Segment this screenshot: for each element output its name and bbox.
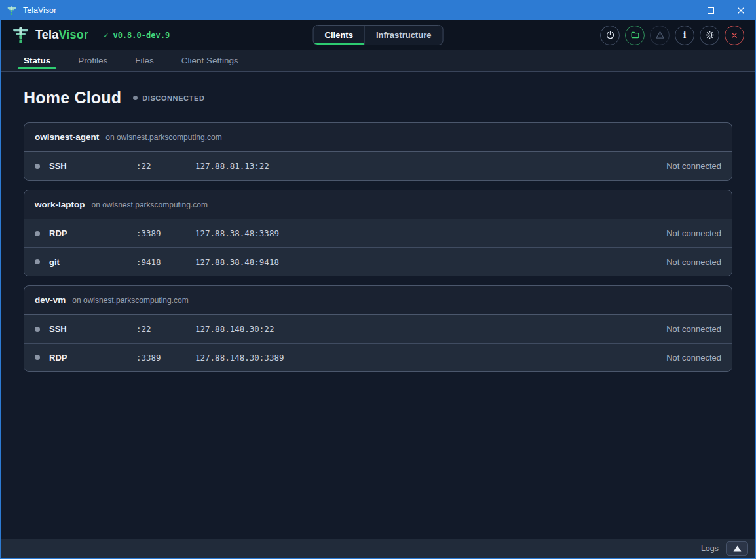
arrow-up-icon	[733, 545, 742, 552]
tab-files[interactable]: Files	[129, 50, 160, 71]
app-window: TelaVisor TelaVisor	[0, 0, 756, 559]
close-icon	[737, 7, 745, 14]
host-name: dev-vm	[35, 295, 66, 305]
host-location: on owlsnest.parkscomputing.com	[105, 133, 221, 142]
service-port: :9418	[136, 257, 195, 267]
folder-icon	[630, 30, 640, 40]
close-icon	[730, 31, 739, 40]
version-label: v0.8.0-dev.9	[113, 31, 170, 40]
status-dot-icon	[133, 96, 138, 100]
tab-profiles[interactable]: Profiles	[72, 50, 113, 71]
service-port: :22	[136, 161, 195, 171]
minimize-button[interactable]	[666, 0, 696, 20]
main-content: Home Cloud DISCONNECTED owlsnest-agenton…	[1, 72, 755, 539]
service-status-dot-icon	[35, 164, 40, 169]
service-address: 127.88.81.13:22	[195, 161, 666, 171]
service-port: :22	[136, 324, 195, 334]
window-title: TelaVisor	[23, 6, 56, 15]
host-name: owlsnest-agent	[35, 132, 99, 142]
service-connection-status: Not connected	[666, 228, 721, 238]
logs-label: Logs	[701, 544, 719, 553]
maximize-icon	[708, 7, 714, 14]
service-status-dot-icon	[35, 259, 40, 264]
check-icon: ✓	[104, 31, 108, 40]
service-name: git	[49, 257, 136, 267]
view-toggle-clients[interactable]: Clients	[314, 26, 364, 45]
gear-icon	[705, 30, 715, 40]
service-port: :3389	[136, 228, 195, 238]
host-card-header: work-laptopon owlsnest.parkscomputing.co…	[24, 190, 732, 219]
close-button[interactable]	[725, 26, 744, 45]
window-controls	[666, 0, 756, 20]
brand-name: TelaVisor	[35, 28, 88, 42]
service-connection-status: Not connected	[666, 353, 721, 363]
footer-bar: Logs	[1, 539, 755, 558]
power-icon	[605, 30, 615, 40]
service-row-rdp[interactable]: RDP:3389127.88.38.48:3389Not connected	[24, 219, 732, 247]
service-row-ssh[interactable]: SSH:22127.88.81.13:22Not connected	[24, 152, 732, 180]
warning-icon	[655, 30, 665, 40]
maximize-button[interactable]	[696, 0, 726, 20]
power-button[interactable]	[600, 26, 620, 45]
host-card-owlsnest-agent: owlsnest-agenton owlsnest.parkscomputing…	[24, 122, 732, 181]
service-name: SSH	[49, 161, 136, 171]
minimize-icon	[677, 10, 685, 10]
app-header: TelaVisor ✓ v0.8.0-dev.9 ClientsInfrastr…	[1, 20, 755, 50]
service-status-dot-icon	[35, 327, 40, 332]
host-card-dev-vm: dev-vmon owlsnest.parkscomputing.comSSH:…	[24, 285, 732, 372]
service-status-dot-icon	[35, 231, 40, 236]
info-icon: i	[683, 30, 686, 40]
brand-logo-icon	[12, 26, 29, 44]
host-name: work-laptop	[35, 200, 85, 209]
app-logo-icon	[7, 5, 17, 16]
host-card-header: owlsnest-agenton owlsnest.parkscomputing…	[24, 123, 732, 152]
tab-bar: StatusProfilesFilesClient Settings	[1, 50, 755, 72]
service-address: 127.88.148.30:22	[195, 324, 666, 334]
info-button[interactable]: i	[675, 26, 694, 45]
service-address: 127.88.148.30:3389	[195, 353, 666, 363]
header-actions: i	[600, 26, 744, 45]
view-toggle: ClientsInfrastructure	[313, 25, 444, 45]
host-list: owlsnest-agenton owlsnest.parkscomputing…	[24, 122, 732, 372]
service-address: 127.88.38.48:3389	[195, 228, 666, 238]
view-toggle-infrastructure[interactable]: Infrastructure	[364, 26, 443, 45]
close-window-button[interactable]	[726, 0, 756, 20]
service-port: :3389	[136, 353, 195, 363]
warning-button	[650, 26, 670, 45]
service-address: 127.88.38.48:9418	[195, 257, 666, 267]
service-connection-status: Not connected	[666, 257, 721, 267]
connection-status-label: DISCONNECTED	[142, 94, 204, 102]
service-row-ssh[interactable]: SSH:22127.88.148.30:22Not connected	[24, 315, 732, 343]
service-status-dot-icon	[35, 355, 40, 360]
titlebar: TelaVisor	[0, 0, 756, 20]
host-card-work-laptop: work-laptopon owlsnest.parkscomputing.co…	[24, 190, 732, 276]
version: ✓ v0.8.0-dev.9	[104, 31, 170, 40]
service-row-git[interactable]: git:9418127.88.38.48:9418Not connected	[24, 247, 732, 276]
tab-client-settings[interactable]: Client Settings	[176, 50, 244, 71]
service-name: RDP	[49, 228, 136, 238]
gear-button[interactable]	[700, 26, 719, 45]
page-head: Home Cloud DISCONNECTED	[24, 88, 732, 107]
host-card-header: dev-vmon owlsnest.parkscomputing.com	[24, 286, 732, 315]
brand: TelaVisor ✓ v0.8.0-dev.9	[12, 26, 170, 44]
service-row-rdp[interactable]: RDP:3389127.88.148.30:3389Not connected	[24, 343, 732, 371]
service-name: SSH	[49, 324, 136, 334]
host-location: on owlsnest.parkscomputing.com	[72, 296, 188, 305]
folder-button[interactable]	[625, 26, 645, 45]
logs-expand-button[interactable]	[726, 541, 748, 556]
page-title: Home Cloud	[24, 88, 121, 107]
service-name: RDP	[49, 353, 136, 363]
host-location: on owlsnest.parkscomputing.com	[92, 200, 208, 209]
service-connection-status: Not connected	[666, 161, 721, 171]
service-connection-status: Not connected	[666, 324, 721, 334]
connection-status-badge: DISCONNECTED	[133, 94, 204, 102]
tab-status[interactable]: Status	[18, 50, 56, 71]
